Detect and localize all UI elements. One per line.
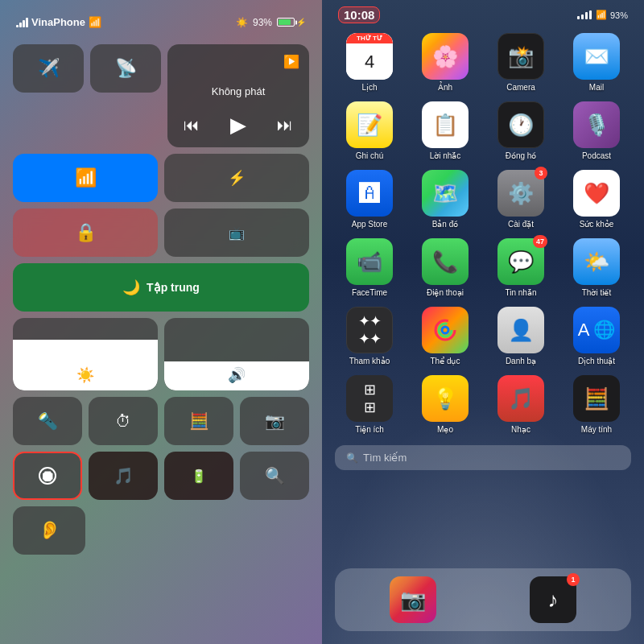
app-photos[interactable]: 🌸 Ảnh [411, 33, 480, 92]
contacts-icon: 👤 [508, 318, 534, 343]
app-facetime[interactable]: 📹 FaceTime [335, 238, 404, 297]
volume-slider-icon: 🔊 [228, 366, 246, 384]
settings-icon: ⚙️ [508, 181, 534, 206]
app-messages[interactable]: 💬 47 Tin nhắn [486, 238, 555, 297]
dock: 📷 ♪ 1 [335, 568, 631, 631]
app-label-clock: Đồng hồ [506, 151, 537, 160]
tiktok-icon: ♪ [548, 588, 559, 613]
app-weather[interactable]: 🌤️ Thời tiết [562, 238, 631, 297]
shazam-button[interactable]: 🎵 [89, 452, 158, 500]
app-camera[interactable]: 📸 Camera [486, 33, 555, 92]
phone-icon: 📞 [432, 250, 458, 275]
app-label-reminders: Lời nhắc [430, 151, 461, 160]
app-label-thamkhao: Tham khảo [349, 357, 390, 365]
brightness-icon: ☀️ [236, 17, 248, 28]
battery-shortcut-button[interactable]: 🔋 [164, 452, 233, 500]
appstore-icon: 🅰 [359, 181, 380, 206]
calc-icon: 🧮 [584, 386, 609, 411]
screen-record-button[interactable]: ⏺ [13, 452, 82, 500]
messages-badge: 47 [533, 235, 547, 248]
volume-slider[interactable]: 🔊 [164, 318, 309, 390]
media-controls: ⏮ ▶ ⏭ [177, 113, 299, 138]
focus-label: Tập trung [147, 281, 200, 294]
moon-icon: 🌙 [122, 279, 140, 296]
app-label-calendar: Lịch [361, 83, 377, 92]
airplane-mode-button[interactable]: ✈️ [13, 44, 84, 93]
app-contacts[interactable]: 👤 Danh bạ [486, 307, 555, 365]
app-label-photos: Ảnh [438, 83, 452, 92]
search-icon: 🔍 [346, 452, 358, 464]
hearing-button[interactable]: 👂 [13, 506, 85, 555]
rotation-lock-button[interactable]: 🔒 [13, 208, 158, 257]
app-phone[interactable]: 📞 Điện thoại [411, 238, 480, 297]
search-bar[interactable]: 🔍 Tìm kiếm [335, 445, 631, 470]
focus-mode-button[interactable]: 🌙 Tập trung [13, 263, 309, 312]
podcasts-icon: 🎙️ [584, 113, 609, 138]
maps-icon: 🗺️ [432, 181, 458, 206]
timer-button[interactable]: ⏱ [89, 397, 158, 445]
tiktok-badge: 1 [567, 573, 580, 586]
camera-shortcut-button[interactable]: 📷 [240, 397, 309, 445]
zoom-button[interactable]: 🔍 [240, 452, 309, 500]
bluetooth-toggle-button[interactable]: ⚡ [164, 154, 309, 202]
wifi-toggle-button[interactable]: 📶 [13, 154, 158, 202]
app-settings[interactable]: ⚙️ 3 Cài đặt [486, 170, 555, 229]
notes-icon: 📝 [357, 113, 382, 138]
carrier-name: VinaPhone [31, 16, 85, 28]
app-label-translate: Dịch thuật [578, 357, 615, 365]
app-label-notes: Ghi chú [356, 151, 383, 160]
calculator-button[interactable]: 🧮 [164, 397, 233, 445]
brightness-slider[interactable]: ☀️ [13, 318, 158, 390]
media-player-tile[interactable]: ▶️ Không phát ⏮ ▶ ⏭ [167, 44, 309, 147]
timer-icon: ⏱ [115, 412, 131, 431]
play-pause-button[interactable]: ▶ [230, 113, 246, 138]
hs-status-bar: 10:08 📶 93% [322, 0, 644, 27]
app-label-facetime: FaceTime [352, 288, 387, 297]
app-label-music: Nhạc [511, 425, 530, 434]
app-health[interactable]: ❤️ Sức khỏe [562, 170, 631, 229]
home-screen: 10:08 📶 93% THỨ TƯ 4 Lịch [322, 0, 644, 644]
brightness-slider-icon: ☀️ [76, 366, 94, 384]
search-placeholder: Tìm kiếm [363, 452, 407, 464]
app-music[interactable]: 🎵 Nhạc [486, 375, 555, 434]
app-fitness[interactable]: Thể dục [411, 307, 480, 365]
cc-right-status: ☀️ 93% ⚡ [236, 17, 306, 28]
mail-icon: ✉️ [584, 44, 609, 69]
settings-badge: 3 [535, 167, 547, 180]
screen-mirror-button[interactable]: 📺 [164, 208, 309, 257]
hs-wifi-icon: 📶 [596, 10, 607, 20]
app-meo[interactable]: 💡 Mẹo [411, 375, 480, 434]
app-appstore[interactable]: 🅰 App Store [335, 170, 404, 229]
app-label-messages: Tin nhắn [506, 288, 537, 297]
screen-mirror-icon: 📺 [229, 225, 245, 241]
flashlight-button[interactable]: 🔦 [13, 397, 82, 445]
cellular-data-button[interactable]: 📡 [90, 44, 161, 93]
app-thamkhao[interactable]: ✦✦✦✦ Tham khảo [335, 307, 404, 365]
hs-signal-icon [577, 10, 592, 19]
app-label-tienich: Tiện ích [355, 425, 384, 434]
app-calc[interactable]: 🧮 Máy tính [562, 375, 631, 434]
app-notes[interactable]: 📝 Ghi chú [335, 101, 404, 160]
app-mail[interactable]: ✉️ Mail [562, 33, 631, 92]
app-label-meo: Mẹo [437, 425, 453, 434]
app-translate[interactable]: A 🌐 Dịch thuật [562, 307, 631, 365]
app-maps[interactable]: 🗺️ Bản đồ [411, 170, 480, 229]
app-reminders[interactable]: 📋 Lời nhắc [411, 101, 480, 160]
bluetooth-icon: ⚡ [228, 169, 246, 187]
app-label-maps: Bản đồ [432, 220, 459, 229]
app-clock[interactable]: 🕐 Đồng hồ [486, 101, 555, 160]
next-track-button[interactable]: ⏭ [277, 116, 293, 134]
app-podcasts[interactable]: 🎙️ Podcast [562, 101, 631, 160]
rotation-lock-icon: 🔒 [75, 222, 97, 243]
control-center: VinaPhone 📶 ☀️ 93% ⚡ ✈️ 📡 ▶️ Không phát … [0, 0, 322, 644]
charging-icon: ⚡ [296, 18, 306, 27]
wifi-status-icon: 📶 [89, 16, 101, 28]
app-label-appstore: App Store [352, 220, 387, 229]
airplay-icon: ▶️ [283, 54, 299, 69]
app-calendar[interactable]: THỨ TƯ 4 Lịch [335, 33, 404, 92]
thamkhao-icon: ✦✦✦✦ [358, 312, 381, 348]
dock-instagram[interactable]: 📷 [390, 576, 436, 623]
app-tienich[interactable]: ⊞⊞ Tiện ích [335, 375, 404, 434]
dock-tiktok[interactable]: ♪ 1 [530, 576, 576, 623]
prev-track-button[interactable]: ⏮ [184, 116, 200, 134]
